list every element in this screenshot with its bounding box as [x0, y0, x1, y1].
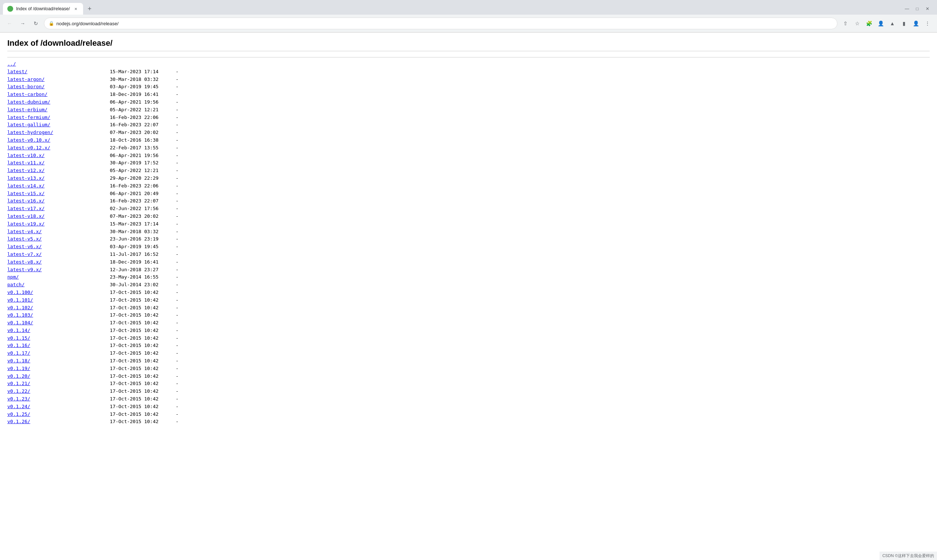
dir-link[interactable]: v0.1.22/ — [7, 388, 110, 395]
dir-link[interactable]: ../ — [7, 60, 110, 68]
dir-link[interactable]: v0.1.101/ — [7, 297, 110, 304]
dir-date: 17-Oct-2015 10:42 — [110, 311, 176, 319]
dir-link[interactable]: latest-v0.12.x/ — [7, 144, 110, 152]
user-icon[interactable]: 👤 — [911, 18, 921, 29]
back-button[interactable]: ← — [5, 18, 15, 29]
dir-link[interactable]: latest-v4.x/ — [7, 228, 110, 236]
dir-link[interactable]: latest-v11.x/ — [7, 159, 110, 167]
dir-size: - — [176, 274, 178, 281]
table-row: latest-v0.10.x/18-Oct-2016 16:38- — [7, 137, 930, 144]
dir-date: 16-Feb-2023 22:06 — [110, 114, 176, 122]
profile-icon[interactable]: 👤 — [875, 18, 886, 29]
dir-link[interactable]: latest-gallium/ — [7, 121, 110, 129]
dir-link[interactable]: latest-erbium/ — [7, 106, 110, 114]
dir-size: - — [176, 114, 178, 122]
address-bar[interactable]: 🔒 nodejs.org/download/release/ — [44, 18, 837, 29]
active-tab[interactable]: Index of /download/release/ ✕ — [3, 3, 83, 15]
dir-link[interactable]: latest-v5.x/ — [7, 235, 110, 243]
dir-link[interactable]: latest-v12.x/ — [7, 167, 110, 175]
dir-link[interactable]: latest-v10.x/ — [7, 152, 110, 160]
dir-link[interactable]: v0.1.104/ — [7, 319, 110, 327]
account-icon[interactable]: ▲ — [887, 18, 897, 29]
extension-puzzle-icon[interactable]: 🧩 — [864, 18, 874, 29]
close-button[interactable]: ✕ — [924, 5, 931, 12]
dir-link[interactable]: latest-v9.x/ — [7, 266, 110, 274]
dir-link[interactable]: latest-v0.10.x/ — [7, 137, 110, 144]
dir-link[interactable]: v0.1.21/ — [7, 380, 110, 388]
dir-link[interactable]: v0.1.14/ — [7, 327, 110, 335]
dir-link[interactable]: v0.1.18/ — [7, 357, 110, 365]
dir-link[interactable]: latest-v6.x/ — [7, 243, 110, 251]
dir-link[interactable]: latest-v16.x/ — [7, 197, 110, 205]
dir-link[interactable]: latest-v14.x/ — [7, 182, 110, 190]
dir-link[interactable]: latest-dubnium/ — [7, 98, 110, 106]
page-content: Index of /download/release/ ../latest/15… — [0, 32, 937, 432]
dir-link[interactable]: patch/ — [7, 281, 110, 289]
tab-close-button[interactable]: ✕ — [73, 6, 79, 12]
dir-date: 17-Oct-2015 10:42 — [110, 380, 176, 388]
dir-link[interactable]: latest-fermium/ — [7, 114, 110, 122]
dir-date: 22-Feb-2017 13:55 — [110, 144, 176, 152]
new-tab-button[interactable]: + — [85, 4, 95, 14]
dir-size: - — [176, 380, 178, 388]
dir-link[interactable]: v0.1.24/ — [7, 403, 110, 411]
dir-date: 02-Jun-2022 17:56 — [110, 205, 176, 213]
sidebar-icon[interactable]: ▮ — [899, 18, 909, 29]
dir-link[interactable]: v0.1.19/ — [7, 365, 110, 372]
table-row: v0.1.18/17-Oct-2015 10:42- — [7, 357, 930, 365]
dir-size: - — [176, 342, 178, 349]
maximize-button[interactable]: □ — [914, 5, 921, 12]
dir-link[interactable]: latest-v18.x/ — [7, 213, 110, 220]
dir-date: 23-May-2014 16:55 — [110, 274, 176, 281]
dir-link[interactable]: v0.1.15/ — [7, 335, 110, 342]
dir-link[interactable]: v0.1.20/ — [7, 372, 110, 380]
bookmark-icon[interactable]: ☆ — [852, 18, 862, 29]
dir-link[interactable]: latest-v17.x/ — [7, 205, 110, 213]
dir-link[interactable]: v0.1.103/ — [7, 311, 110, 319]
dir-size: - — [176, 349, 178, 357]
table-row: v0.1.100/17-Oct-2015 10:42- — [7, 289, 930, 297]
minimize-button[interactable]: — — [903, 5, 911, 12]
menu-icon[interactable]: ⋮ — [922, 18, 932, 29]
table-row: latest-v6.x/03-Apr-2019 19:45- — [7, 243, 930, 251]
dir-link[interactable]: latest-hydrogen/ — [7, 129, 110, 137]
dir-link[interactable]: latest/ — [7, 68, 110, 76]
directory-table: ../latest/15-Mar-2023 17:14-latest-argon… — [7, 60, 930, 426]
table-row: latest-dubnium/06-Apr-2021 19:56- — [7, 98, 930, 106]
dir-link[interactable]: latest-v19.x/ — [7, 220, 110, 228]
table-row: v0.1.101/17-Oct-2015 10:42- — [7, 297, 930, 304]
forward-button[interactable]: → — [18, 18, 28, 29]
share-icon[interactable]: ⇧ — [840, 18, 851, 29]
dir-link[interactable]: latest-v13.x/ — [7, 175, 110, 182]
dir-date: 06-Apr-2021 20:49 — [110, 190, 176, 198]
dir-link[interactable]: latest-boron/ — [7, 83, 110, 91]
reload-button[interactable]: ↻ — [31, 18, 41, 29]
dir-link[interactable]: v0.1.16/ — [7, 342, 110, 349]
dir-link[interactable]: latest-carbon/ — [7, 91, 110, 98]
table-row: latest-v13.x/29-Apr-2020 22:29- — [7, 175, 930, 182]
dir-link[interactable]: npm/ — [7, 274, 110, 281]
dir-date: 16-Feb-2023 22:07 — [110, 197, 176, 205]
table-row: latest-v15.x/06-Apr-2021 20:49- — [7, 190, 930, 198]
dir-size: - — [176, 137, 178, 144]
dir-link[interactable]: v0.1.23/ — [7, 395, 110, 403]
dir-link[interactable]: latest-v8.x/ — [7, 258, 110, 266]
dir-link[interactable]: v0.1.26/ — [7, 418, 110, 426]
dir-size: - — [176, 175, 178, 182]
address-text: nodejs.org/download/release/ — [56, 21, 118, 26]
dir-link[interactable]: latest-argon/ — [7, 76, 110, 83]
dir-date: 12-Jun-2018 23:27 — [110, 266, 176, 274]
dir-link[interactable]: latest-v7.x/ — [7, 251, 110, 258]
dir-date: 17-Oct-2015 10:42 — [110, 349, 176, 357]
dir-link[interactable]: latest-v15.x/ — [7, 190, 110, 198]
dir-date: 03-Apr-2019 19:45 — [110, 83, 176, 91]
dir-date: 03-Apr-2019 19:45 — [110, 243, 176, 251]
dir-link[interactable]: v0.1.102/ — [7, 304, 110, 312]
dir-size: - — [176, 129, 178, 137]
table-row: v0.1.19/17-Oct-2015 10:42- — [7, 365, 930, 372]
dir-link[interactable]: v0.1.17/ — [7, 349, 110, 357]
table-row: latest-v9.x/12-Jun-2018 23:27- — [7, 266, 930, 274]
dir-link[interactable]: v0.1.100/ — [7, 289, 110, 297]
dir-link[interactable]: v0.1.25/ — [7, 411, 110, 418]
dir-size: - — [176, 258, 178, 266]
